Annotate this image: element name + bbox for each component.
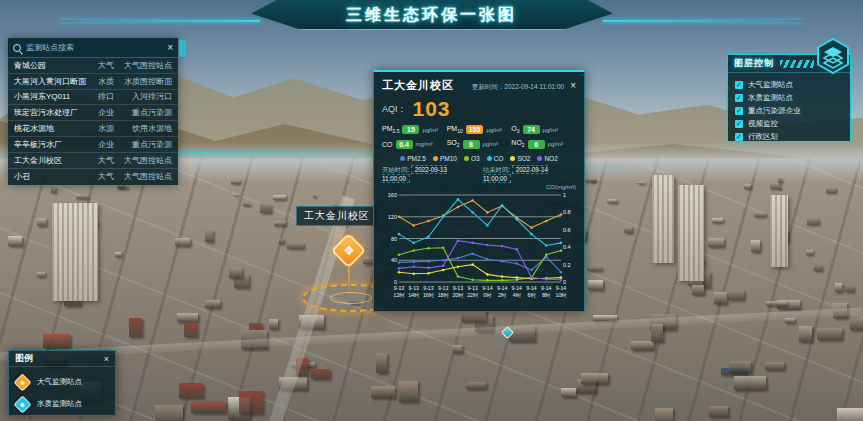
station-row[interactable]: 小黑河东YQ011 排口 入河排污口 bbox=[8, 90, 178, 106]
svg-text:9-13: 9-13 bbox=[438, 285, 448, 291]
search-icon bbox=[13, 44, 21, 52]
svg-text:0.2: 0.2 bbox=[563, 261, 571, 267]
svg-text:9-13: 9-13 bbox=[467, 285, 477, 291]
svg-text:16时: 16时 bbox=[423, 292, 435, 298]
station-name: 青城公园 bbox=[14, 60, 98, 71]
station-name: 大黑河入黄河口断面 bbox=[14, 76, 98, 87]
svg-text:10时: 10时 bbox=[556, 292, 568, 298]
pollutant-NO2: NO26μg/m³ bbox=[511, 139, 576, 148]
checkbox-icon[interactable]: ✓ bbox=[735, 133, 743, 141]
station-category: 重点污染源 bbox=[120, 139, 172, 150]
station-name: 小召 bbox=[14, 171, 98, 182]
legend-chip-CO[interactable]: CO bbox=[487, 155, 504, 162]
legend-item: 水质监测站点 bbox=[16, 393, 108, 415]
svg-text:40: 40 bbox=[391, 257, 397, 263]
svg-text:20时: 20时 bbox=[452, 292, 464, 298]
layer-toggle[interactable]: ✓大气监测站点 bbox=[735, 78, 843, 91]
svg-text:0.8: 0.8 bbox=[563, 209, 571, 215]
svg-text:8时: 8时 bbox=[542, 292, 551, 298]
legend-chip-O3[interactable]: O3 bbox=[464, 155, 480, 162]
svg-text:18时: 18时 bbox=[438, 292, 450, 298]
pollutant-value-badge: 6 bbox=[528, 140, 545, 149]
close-icon[interactable]: × bbox=[104, 354, 109, 364]
station-type: 大气 bbox=[98, 155, 120, 166]
checkbox-icon[interactable]: ✓ bbox=[735, 107, 743, 115]
layer-toggle[interactable]: ✓水质监测站点 bbox=[735, 91, 843, 104]
pollutant-SO2: SO28μg/m³ bbox=[447, 139, 512, 148]
station-type: 企业 bbox=[98, 107, 120, 118]
popup-title: 工大金川校区 bbox=[382, 78, 454, 93]
legend-chip-PM2.5[interactable]: PM2.5 bbox=[400, 155, 426, 162]
station-marker-icon: ❖ bbox=[340, 243, 358, 261]
header-stripes-decoration bbox=[780, 60, 814, 68]
legend-chip-PM10[interactable]: PM10 bbox=[433, 155, 457, 162]
search-input[interactable] bbox=[26, 43, 162, 52]
pollutant-value-badge: 0.4 bbox=[396, 140, 413, 149]
checkbox-icon[interactable]: ✓ bbox=[735, 81, 743, 89]
clear-search-icon[interactable]: × bbox=[167, 43, 173, 53]
svg-text:9-13: 9-13 bbox=[453, 285, 463, 291]
tall-building bbox=[52, 203, 98, 301]
pollutant-CO: CO0.4mg/m³ bbox=[382, 139, 447, 148]
station-type: 大气 bbox=[98, 171, 120, 182]
layer-toggle[interactable]: ✓视频监控 bbox=[735, 117, 843, 130]
station-type-icon bbox=[13, 395, 31, 413]
station-row[interactable]: 青城公园 大气 大气国控站点 bbox=[8, 58, 178, 74]
station-map-label[interactable]: 工大金川校区 bbox=[296, 206, 378, 226]
station-name: 小黑河东YQ011 bbox=[14, 91, 98, 102]
svg-text:1: 1 bbox=[563, 192, 566, 198]
checkbox-icon[interactable]: ✓ bbox=[735, 120, 743, 128]
update-time: 更新时间：2022-09-14 11:01:00 bbox=[472, 83, 564, 92]
station-row[interactable]: 工大金川校区 大气 大气国控站点 bbox=[8, 153, 178, 169]
station-type: 水源 bbox=[98, 123, 120, 134]
pollutant-value-badge: 15 bbox=[402, 125, 419, 134]
checkbox-icon[interactable]: ✓ bbox=[735, 94, 743, 102]
selection-ring-inner bbox=[330, 292, 372, 304]
svg-text:120: 120 bbox=[388, 214, 397, 220]
layer-label: 视频监控 bbox=[748, 119, 778, 129]
pollutant-O3: O374μg/m³ bbox=[511, 125, 576, 134]
svg-text:9-14: 9-14 bbox=[556, 285, 566, 291]
svg-text:0.6: 0.6 bbox=[563, 227, 571, 233]
svg-text:9-13: 9-13 bbox=[409, 285, 419, 291]
pollutant-value-badge: 8 bbox=[463, 140, 480, 149]
layer-label: 大气监测站点 bbox=[748, 80, 793, 90]
layer-panel-title: 图层控制 bbox=[734, 57, 774, 70]
svg-text:4时: 4时 bbox=[513, 292, 522, 298]
station-category: 大气国控站点 bbox=[120, 171, 172, 182]
station-type-icon bbox=[13, 373, 31, 391]
layers-icon[interactable] bbox=[815, 38, 851, 74]
pollutant-trend-chart: 0408012016000.20.40.60.819-1312时9-1314时9… bbox=[382, 190, 576, 312]
time-range-row: 开始时间: 2022-09-13 11:00:00 结束时间: 2022-09-… bbox=[382, 166, 576, 182]
tall-building bbox=[652, 175, 674, 263]
station-name: 桃花水源地 bbox=[14, 123, 98, 134]
legend-chip-SO2[interactable]: SO2 bbox=[510, 155, 530, 162]
svg-text:22时: 22时 bbox=[467, 292, 479, 298]
legend-chip-NO2[interactable]: NO2 bbox=[537, 155, 557, 162]
legend-title: 图例 bbox=[15, 352, 33, 365]
chart-legend: PM2.5PM10O3COSO2NO2 bbox=[382, 155, 576, 162]
svg-text:0.4: 0.4 bbox=[563, 244, 571, 250]
station-row[interactable]: 班定营污水处理厂 企业 重点污染源 bbox=[8, 105, 178, 121]
svg-text:9-14: 9-14 bbox=[526, 285, 536, 291]
station-category: 大气国控站点 bbox=[120, 155, 172, 166]
station-category: 饮用水源地 bbox=[120, 123, 172, 134]
station-row[interactable]: 小召 大气 大气国控站点 bbox=[8, 169, 178, 185]
station-row[interactable]: 桃花水源地 水源 饮用水源地 bbox=[8, 121, 178, 137]
tall-building bbox=[678, 185, 704, 281]
station-row[interactable]: 辛辛板污水厂 企业 重点污染源 bbox=[8, 137, 178, 153]
layer-toggle[interactable]: ✓行政区划 bbox=[735, 130, 843, 143]
pollutant-PM10: PM10155μg/m³ bbox=[447, 125, 512, 134]
station-row[interactable]: 大黑河入黄河口断面 水质 水质国控断面 bbox=[8, 74, 178, 90]
pollutant-value-badge: 74 bbox=[523, 125, 540, 134]
panel-collapse-handle[interactable] bbox=[179, 40, 186, 57]
svg-text:9-14: 9-14 bbox=[512, 285, 522, 291]
svg-text:14时: 14时 bbox=[408, 292, 420, 298]
map-legend-panel: 图例 × 大气监测站点水质监测站点 bbox=[8, 350, 116, 416]
layer-toggle[interactable]: ✓重点污染源企业 bbox=[735, 104, 843, 117]
close-icon[interactable]: × bbox=[570, 80, 576, 91]
tall-building bbox=[770, 195, 788, 267]
station-list-panel: × 青城公园 大气 大气国控站点大黑河入黄河口断面 水质 水质国控断面小黑河东Y… bbox=[8, 38, 178, 185]
svg-text:9-13: 9-13 bbox=[394, 285, 404, 291]
svg-text:0时: 0时 bbox=[483, 292, 492, 298]
